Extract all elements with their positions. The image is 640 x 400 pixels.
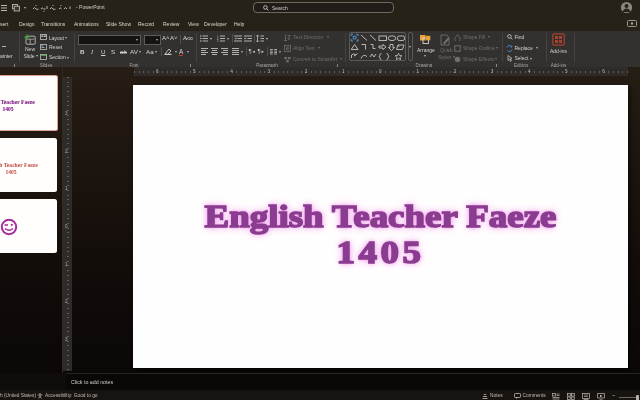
svg-text:3: 3 <box>217 39 219 42</box>
